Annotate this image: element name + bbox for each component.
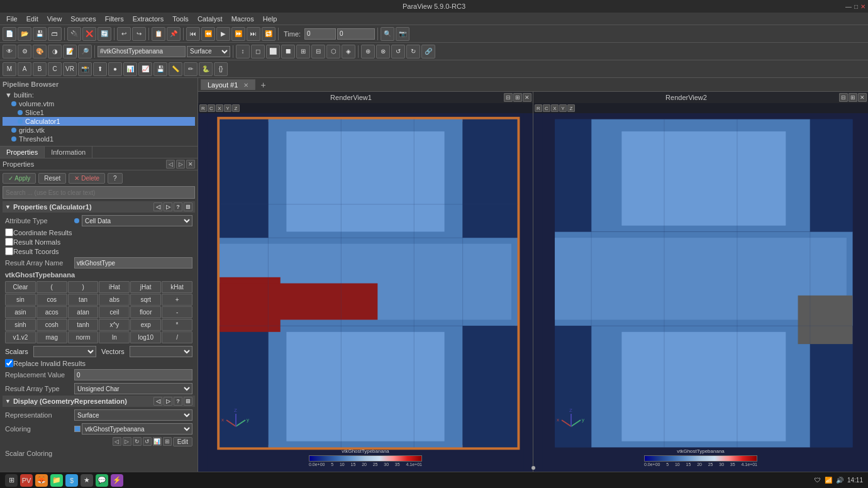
calc-cosh[interactable]: cosh	[36, 319, 67, 331]
disp-btn2[interactable]: ▷	[164, 397, 172, 406]
calc-ceil[interactable]: ceil	[99, 306, 130, 318]
next-frame-btn[interactable]: ⏩	[231, 27, 245, 41]
color-map-btn3[interactable]: ↻	[133, 437, 142, 446]
result-array-type-select[interactable]: Unsigned Char Float Double Int	[74, 383, 192, 394]
calc-clear[interactable]: Clear	[5, 281, 36, 293]
calc-plus[interactable]: +	[162, 294, 192, 306]
menu-macros[interactable]: Macros	[228, 14, 258, 23]
menu-help[interactable]: Help	[259, 14, 281, 23]
sec-btn2[interactable]: ▷	[164, 202, 172, 211]
calc-multiply[interactable]: *	[162, 319, 192, 331]
tab-properties[interactable]: Properties	[0, 147, 45, 158]
render-view-splitter[interactable]	[531, 466, 535, 470]
link-btn[interactable]: 🔗	[421, 45, 435, 58]
export-btn[interactable]: ⬆	[93, 62, 107, 76]
prop-search-input[interactable]	[3, 186, 195, 199]
calc-v1v2[interactable]: v1.v2	[5, 331, 36, 343]
rv2-close[interactable]: ✕	[858, 93, 867, 102]
color-btn[interactable]: 🎨	[33, 45, 47, 58]
taskbar-files-icon[interactable]: 📁	[50, 474, 63, 487]
ruler-btn[interactable]: 📏	[169, 62, 182, 76]
settings-btn[interactable]: ⚙	[18, 45, 31, 58]
calc-lparen[interactable]: (	[36, 281, 67, 293]
brackets-btn[interactable]: {}	[214, 62, 228, 76]
replace-invalid-checkbox[interactable]	[5, 359, 13, 367]
minimize-btn[interactable]: —	[845, 3, 852, 10]
disp-btn3[interactable]: ?	[174, 397, 182, 406]
render-view-2[interactable]: RenderView2 ⊟ ⊞ ✕ R C X Y Z	[533, 92, 868, 472]
pb-item-calculator1[interactable]: Calculator1	[3, 117, 195, 126]
disp-btn1[interactable]: ◁	[153, 397, 162, 406]
taskbar-firefox-icon[interactable]: 🦊	[35, 474, 48, 487]
layout-tab-close[interactable]: ✕	[243, 82, 248, 89]
rv1-tb1[interactable]: R	[199, 104, 207, 112]
rv2-tb3[interactable]: X	[551, 104, 559, 112]
apply-button[interactable]: ✓ Apply	[3, 173, 36, 184]
connect-btn[interactable]: 🔌	[67, 27, 81, 41]
open-btn[interactable]: 📂	[18, 27, 31, 41]
save-state-btn[interactable]: 🗃	[48, 27, 62, 41]
last-frame-btn[interactable]: ⏭	[247, 27, 260, 41]
taskbar-chat-icon[interactable]: 💬	[96, 474, 108, 487]
rv2-tb5[interactable]: Z	[567, 104, 575, 112]
calc-mag[interactable]: mag	[36, 331, 67, 343]
time-input[interactable]	[304, 28, 336, 40]
calc-rparen[interactable]: )	[68, 281, 99, 293]
chart-btn[interactable]: 📊	[123, 62, 137, 76]
menu-view[interactable]: View	[43, 14, 66, 23]
menu-filters[interactable]: Filters	[101, 14, 128, 23]
interact-btn[interactable]: ↕	[236, 45, 250, 58]
color-map-btn6[interactable]: ⊞	[163, 437, 172, 446]
select-btn[interactable]: ◻	[251, 45, 265, 58]
rv1-tb2[interactable]: C	[208, 104, 215, 112]
calc-sin[interactable]: sin	[5, 294, 36, 306]
attr-type-select[interactable]: Cell Data Point Data	[82, 215, 192, 226]
pb-item-volume[interactable]: volume.vtm	[3, 99, 195, 108]
reset-camera-btn[interactable]: ⊕	[361, 45, 375, 58]
rv2-split-h[interactable]: ⊟	[839, 93, 848, 102]
maximize-btn[interactable]: □	[854, 3, 858, 10]
pb-item-builtin[interactable]: ▼ builtin:	[3, 91, 195, 99]
calc-sinh[interactable]: sinh	[5, 319, 36, 331]
menu-sources[interactable]: Sources	[67, 14, 99, 23]
rv1-tb4[interactable]: Y	[224, 104, 231, 112]
frustum-btn[interactable]: ◈	[342, 45, 355, 58]
calc-log10[interactable]: log10	[130, 331, 161, 343]
copy-btn[interactable]: 📋	[152, 27, 165, 41]
calc-asin[interactable]: asin	[5, 306, 36, 318]
calc-cos[interactable]: cos	[36, 294, 67, 306]
rv1-viz[interactable]: y x Z vtkGhostTypebanana 0.0e+0051015202…	[198, 113, 533, 472]
stats-btn[interactable]: 📈	[138, 62, 152, 76]
disconnect-btn[interactable]: ❌	[82, 27, 96, 41]
calc-ln[interactable]: ln	[99, 331, 130, 343]
menu-catalyst[interactable]: Catalyst	[194, 14, 226, 23]
pb-item-slice1[interactable]: Slice1	[3, 108, 195, 117]
rv2-viz[interactable]: y x Z vtkGhostTypebanana 0.0e+0051015202…	[533, 113, 868, 472]
representation-select[interactable]: Surface Wireframe Points	[187, 46, 230, 57]
undo-btn[interactable]: ↩	[117, 27, 131, 41]
prop-panel-btn1[interactable]: ◁	[166, 160, 175, 169]
taskbar-term-icon[interactable]: $	[65, 474, 78, 487]
sec-btn4[interactable]: ⊞	[184, 202, 192, 211]
rv1-split-v[interactable]: ⊞	[513, 93, 522, 102]
prop-panel-close[interactable]: ✕	[186, 160, 195, 169]
paste-btn[interactable]: 📌	[167, 27, 181, 41]
window-controls[interactable]: — □ ✕	[845, 3, 865, 10]
play-btn[interactable]: ▶	[216, 27, 230, 41]
zoom-select-btn[interactable]: 🔲	[281, 45, 295, 58]
close-btn[interactable]: ✕	[860, 3, 865, 10]
calc-section-header[interactable]: ▼ Properties (Calculator1) ◁ ▷ ? ⊞	[3, 201, 195, 213]
menu-tools[interactable]: Tools	[169, 14, 192, 23]
disp-btn4[interactable]: ⊞	[184, 397, 192, 406]
annotate-btn[interactable]: 📝	[63, 45, 77, 58]
taskbar-misc-icon[interactable]: ⚡	[111, 474, 123, 487]
macro-btn2[interactable]: A	[18, 62, 31, 76]
color-map-btn4[interactable]: ↺	[143, 437, 152, 446]
snapshot-btn[interactable]: 📸	[78, 62, 92, 76]
layout-tab-1[interactable]: Layout #1 ✕	[201, 79, 255, 90]
menu-extractors[interactable]: Extractors	[129, 14, 168, 23]
taskbar-apps-btn[interactable]: ⊞	[5, 474, 18, 487]
save-btn[interactable]: 💾	[33, 27, 47, 41]
pb-item-threshold1[interactable]: Threshold1	[3, 135, 195, 143]
select-block-btn[interactable]: ⊟	[311, 45, 325, 58]
